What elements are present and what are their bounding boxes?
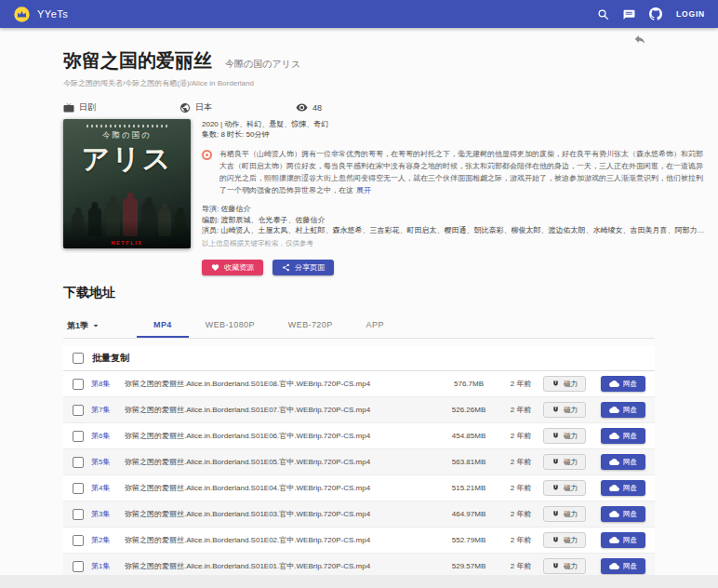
magnet-button[interactable]: 磁力 [543, 532, 586, 548]
row-checkbox[interactable] [73, 379, 84, 390]
messages-icon[interactable] [623, 8, 635, 20]
synopsis-block: 有栖良平（山崎贤人饰）拥有一位非常优秀的哥哥，在哥哥的衬托之下，毫无建树的他显得… [202, 148, 707, 196]
pan-button[interactable]: 网盘 [601, 558, 645, 574]
episode-link[interactable]: 第6集 [91, 431, 119, 441]
episode-link[interactable]: 第4集 [91, 483, 119, 493]
file-size: 576.7MB [439, 380, 499, 388]
table-row: 第7集 弥留之国的爱丽丝.Alice.in.Borderland.S01E07.… [63, 397, 655, 423]
pan-button[interactable]: 网盘 [601, 376, 645, 392]
writers-value: 渡部辰城、仓光泰子、佐藤信介 [220, 216, 325, 224]
year-genres: 2020 | 动作、科幻、悬疑、惊悚、奇幻 [202, 119, 707, 129]
pan-button[interactable]: 网盘 [601, 532, 645, 548]
pan-button[interactable]: 网盘 [601, 506, 645, 522]
episode-link[interactable]: 第5集 [91, 457, 119, 467]
pan-button[interactable]: 网盘 [601, 402, 645, 418]
file-name: 弥留之国的爱丽丝.Alice.in.Borderland.S01E08.官中.W… [125, 379, 439, 389]
cloud-icon [609, 432, 619, 440]
file-name: 弥留之国的爱丽丝.Alice.in.Borderland.S01E03.官中.W… [125, 509, 439, 519]
github-icon[interactable] [649, 7, 662, 20]
file-size: 526.26MB [439, 406, 499, 414]
file-name: 弥留之国的爱丽丝.Alice.in.Borderland.S01E07.官中.W… [125, 405, 439, 415]
file-name: 弥留之国的爱丽丝.Alice.in.Borderland.S01E01.官中.W… [125, 561, 439, 571]
magnet-icon [552, 510, 560, 518]
download-table: 第8集 弥留之国的爱丽丝.Alice.in.Borderland.S01E08.… [63, 371, 655, 580]
magnet-icon [552, 406, 560, 414]
crown-logo-icon [13, 6, 31, 23]
file-age: 2 年前 [499, 561, 543, 571]
tab-web-720p[interactable]: WEB-720P [272, 314, 350, 338]
login-button[interactable]: LOGIN [676, 9, 705, 19]
cloud-icon [609, 536, 619, 544]
episode-link[interactable]: 第7集 [91, 405, 119, 415]
footer-strip [0, 575, 718, 588]
magnet-button[interactable]: 磁力 [543, 376, 586, 392]
magnet-button[interactable]: 磁力 [543, 428, 586, 444]
search-icon[interactable] [597, 8, 609, 20]
cloud-icon [609, 484, 619, 492]
batch-copy-row: 批量复制 [63, 346, 655, 371]
favorite-button[interactable]: 收藏资源 [202, 260, 263, 275]
tabbar: 第1季 MP4 WEB-1080P WEB-720P APP [63, 314, 655, 339]
episode-link[interactable]: 第3集 [91, 509, 119, 519]
row-checkbox[interactable] [73, 483, 84, 494]
file-size: 529.57MB [439, 562, 499, 570]
hero-section: 弥留之国的爱丽丝 今際の国のアリス 今际之国的闯关者/今际之国的有栖(港)/Al… [63, 48, 677, 114]
director-line: 导演: 佐藤信介 [202, 204, 707, 215]
meta-region: 日本 [180, 101, 296, 114]
file-age: 2 年前 [499, 379, 543, 389]
downloads-section: 下载地址 第1季 MP4 WEB-1080P WEB-720P APP 批量复制… [63, 285, 655, 580]
row-checkbox[interactable] [73, 561, 84, 572]
file-size: 454.85MB [439, 432, 499, 440]
cloud-icon [609, 380, 619, 388]
magnet-button[interactable]: 磁力 [543, 480, 586, 496]
cast-line: 演员: 山崎贤人、土屋太凤、村上虹郎、森永悠希、三吉彩花、町田启太、樱田通、朝比… [202, 225, 707, 236]
magnet-button[interactable]: 磁力 [543, 454, 586, 470]
file-age: 2 年前 [499, 457, 543, 467]
meta-region-label: 日本 [195, 101, 212, 114]
row-checkbox[interactable] [73, 535, 84, 546]
file-age: 2 年前 [499, 483, 543, 493]
row-checkbox[interactable] [73, 509, 84, 520]
file-age: 2 年前 [499, 509, 543, 519]
file-name: 弥留之国的爱丽丝.Alice.in.Borderland.S01E05.官中.W… [125, 457, 439, 467]
file-name: 弥留之国的爱丽丝.Alice.in.Borderland.S01E04.官中.W… [125, 483, 439, 493]
synopsis-text: 有栖良平（山崎贤人饰）拥有一位非常优秀的哥哥，在哥哥的衬托之下，毫无建树的他显得… [219, 150, 703, 194]
media-section: 今際の国の アリス NETFLIX 2020 | 动作、科幻、悬疑、惊悚、奇幻 … [63, 119, 707, 275]
brand[interactable]: YYeTs [13, 6, 68, 23]
row-checkbox[interactable] [73, 405, 84, 416]
chevron-down-icon [90, 320, 101, 331]
pan-button[interactable]: 网盘 [601, 428, 645, 444]
magnet-icon [552, 484, 560, 492]
netflix-logo: NETFLIX [63, 240, 191, 246]
batch-copy-checkbox[interactable] [73, 353, 84, 364]
magnet-icon [552, 562, 560, 570]
table-row: 第2集 弥留之国的爱丽丝.Alice.in.Borderland.S01E02.… [63, 528, 655, 554]
episode-link[interactable]: 第2集 [91, 535, 119, 545]
poster-jp-title: アリス [63, 140, 191, 179]
row-checkbox[interactable] [73, 431, 84, 442]
file-age: 2 年前 [499, 535, 543, 545]
expand-link[interactable]: 展开 [356, 186, 371, 194]
cloud-icon [609, 406, 619, 414]
pan-button[interactable]: 网盘 [601, 480, 645, 496]
row-checkbox[interactable] [73, 457, 84, 468]
episode-link[interactable]: 第8集 [91, 379, 119, 389]
back-icon[interactable] [633, 33, 646, 46]
magnet-button[interactable]: 磁力 [543, 506, 586, 522]
magnet-icon [552, 380, 560, 388]
tab-web-1080p[interactable]: WEB-1080P [189, 314, 272, 338]
pan-button[interactable]: 网盘 [601, 454, 645, 470]
share-button[interactable]: 分享页面 [273, 260, 334, 275]
meta-channel-label: 日剧 [79, 101, 96, 114]
meta-channel: 日剧 [63, 101, 180, 114]
tab-mp4[interactable]: MP4 [137, 314, 189, 338]
magnet-button[interactable]: 磁力 [543, 558, 586, 574]
page-title: 弥留之国的爱丽丝 [63, 48, 212, 74]
globe-icon [180, 102, 191, 114]
file-size: 552.79MB [439, 536, 499, 544]
episode-link[interactable]: 第1集 [91, 561, 119, 571]
downloads-heading: 下载地址 [63, 285, 655, 301]
season-select[interactable]: 第1季 [63, 314, 105, 338]
tab-app[interactable]: APP [350, 314, 401, 338]
magnet-button[interactable]: 磁力 [543, 402, 586, 418]
